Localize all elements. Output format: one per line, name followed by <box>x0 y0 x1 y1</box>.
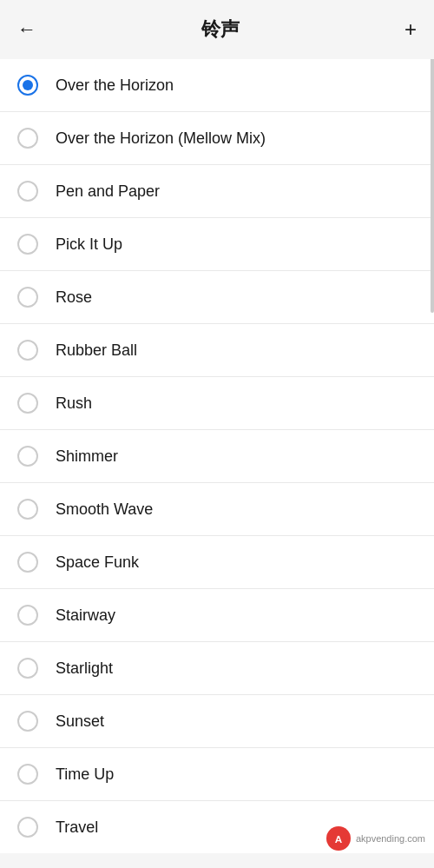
ringtone-item-time-up[interactable]: Time Up <box>0 748 434 801</box>
radio-shimmer[interactable] <box>17 446 38 467</box>
radio-rubber-ball[interactable] <box>17 340 38 361</box>
ringtone-label-over-the-horizon: Over the Horizon <box>56 76 174 95</box>
radio-sunset[interactable] <box>17 711 38 732</box>
ringtone-label-rose: Rose <box>56 288 92 307</box>
radio-smooth-wave[interactable] <box>17 499 38 520</box>
ringtone-label-pick-it-up: Pick It Up <box>56 235 122 254</box>
ringtone-item-over-the-horizon-mellow[interactable]: Over the Horizon (Mellow Mix) <box>0 112 434 165</box>
ringtone-item-sunset[interactable]: Sunset <box>0 695 434 748</box>
ringtone-label-space-funk: Space Funk <box>56 553 139 572</box>
ringtone-label-pen-and-paper: Pen and Paper <box>56 182 160 201</box>
ringtone-label-starlight: Starlight <box>56 659 113 678</box>
add-button[interactable]: + <box>398 14 417 45</box>
radio-over-the-horizon-mellow[interactable] <box>17 128 38 149</box>
watermark: A akpvending.com <box>326 826 425 851</box>
radio-time-up[interactable] <box>17 764 38 785</box>
radio-over-the-horizon[interactable] <box>17 75 38 96</box>
radio-travel[interactable] <box>17 817 38 838</box>
radio-starlight[interactable] <box>17 658 38 679</box>
ringtone-label-smooth-wave: Smooth Wave <box>56 500 153 519</box>
ringtone-label-travel: Travel <box>56 818 98 837</box>
radio-pick-it-up[interactable] <box>17 234 38 255</box>
scrollbar-track[interactable] <box>431 52 434 313</box>
ringtone-item-over-the-horizon[interactable]: Over the Horizon <box>0 59 434 112</box>
radio-rush[interactable] <box>17 393 38 414</box>
ringtone-label-sunset: Sunset <box>56 712 104 731</box>
ringtone-item-shimmer[interactable]: Shimmer <box>0 430 434 483</box>
ringtone-item-rubber-ball[interactable]: Rubber Ball <box>0 324 434 377</box>
header: ← 铃声 + <box>0 0 434 59</box>
ringtone-label-stairway: Stairway <box>56 606 115 625</box>
radio-rose[interactable] <box>17 287 38 308</box>
ringtone-item-stairway[interactable]: Stairway <box>0 589 434 642</box>
ringtone-item-rush[interactable]: Rush <box>0 377 434 430</box>
ringtone-list: Over the HorizonOver the Horizon (Mellow… <box>0 59 434 853</box>
ringtone-item-rose[interactable]: Rose <box>0 271 434 324</box>
radio-space-funk[interactable] <box>17 552 38 573</box>
watermark-text: akpvending.com <box>356 833 425 844</box>
ringtone-label-rush: Rush <box>56 394 92 413</box>
radio-inner-over-the-horizon <box>23 80 33 90</box>
ringtone-item-starlight[interactable]: Starlight <box>0 642 434 695</box>
svg-text:A: A <box>335 833 343 845</box>
radio-pen-and-paper[interactable] <box>17 181 38 202</box>
ringtone-item-smooth-wave[interactable]: Smooth Wave <box>0 483 434 536</box>
ringtone-label-over-the-horizon-mellow: Over the Horizon (Mellow Mix) <box>56 129 266 148</box>
page-title: 铃声 <box>201 17 240 43</box>
ringtone-item-pen-and-paper[interactable]: Pen and Paper <box>0 165 434 218</box>
back-button[interactable]: ← <box>17 15 43 44</box>
ringtone-label-rubber-ball: Rubber Ball <box>56 341 137 360</box>
radio-stairway[interactable] <box>17 605 38 626</box>
ringtone-item-pick-it-up[interactable]: Pick It Up <box>0 218 434 271</box>
ringtone-item-space-funk[interactable]: Space Funk <box>0 536 434 589</box>
ringtone-label-shimmer: Shimmer <box>56 447 118 466</box>
ringtone-label-time-up: Time Up <box>56 765 114 784</box>
